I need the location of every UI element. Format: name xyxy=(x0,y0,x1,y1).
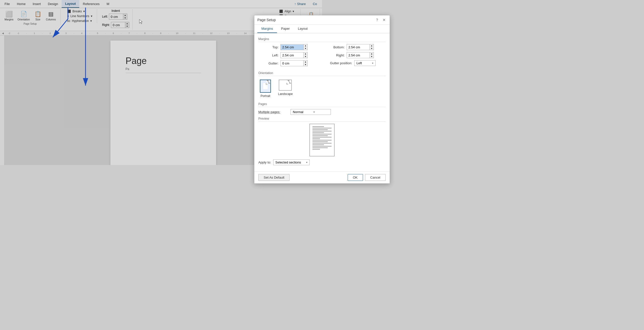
left-up[interactable]: ▲ xyxy=(303,52,307,55)
top-margin-row: Top: ▲ ▼ xyxy=(258,44,319,50)
apply-label: Apply to: xyxy=(258,160,271,164)
gutter-spinners: ▲ ▼ xyxy=(303,60,307,66)
preview-section-label: Preview xyxy=(258,117,322,122)
gutter-row: Gutter: ▲ ▼ xyxy=(258,60,319,66)
top-up[interactable]: ▲ xyxy=(303,44,307,47)
landscape-icon xyxy=(279,80,292,91)
gutter-up[interactable]: ▲ xyxy=(303,60,307,63)
preview-line-10 xyxy=(312,140,322,141)
portrait-icon xyxy=(260,80,271,93)
margins-section-label: Margins xyxy=(258,37,322,42)
tab-paper[interactable]: Paper xyxy=(277,25,294,33)
gutter-input[interactable]: ▲ ▼ xyxy=(280,60,308,66)
preview-line-2 xyxy=(312,128,322,128)
tab-margins[interactable]: Margins xyxy=(257,25,277,33)
apply-select[interactable]: Selected sections ▾ xyxy=(273,159,310,165)
preview-line-3 xyxy=(312,129,322,130)
preview-section: Preview xyxy=(258,117,322,165)
dialog-title: Page Setup xyxy=(257,18,276,22)
preview-line-1 xyxy=(312,126,322,127)
apply-value: Selected sections xyxy=(275,160,301,164)
preview-line-14 xyxy=(312,146,322,147)
left-margin-row: Left: ▲ ▼ xyxy=(258,52,319,58)
landscape-button[interactable]: Landscape xyxy=(276,78,294,99)
gutter-down[interactable]: ▼ xyxy=(303,63,307,66)
multiple-pages-row: Multiple pages: Normal ▾ xyxy=(258,109,322,115)
preview-line-8 xyxy=(312,137,322,138)
preview-line-5 xyxy=(312,132,322,133)
dialog-body: Margins Top: ▲ ▼ xyxy=(254,33,322,165)
preview-line-9 xyxy=(312,138,320,139)
gutter-label: Gutter: xyxy=(258,61,278,65)
preview-line-15 xyxy=(312,147,322,148)
gutter-value[interactable] xyxy=(281,61,303,66)
preview-box xyxy=(309,124,322,156)
dialog-overlay: Page Setup ? ✕ Margins Paper Layout Marg… xyxy=(0,0,322,165)
preview-line-12 xyxy=(312,143,322,144)
left-margin-label: Left: xyxy=(258,53,278,57)
preview-line-16 xyxy=(312,149,320,150)
dialog-titlebar: Page Setup ? ✕ xyxy=(254,15,322,25)
landscape-label: Landscape xyxy=(278,92,293,96)
portrait-button[interactable]: Portrait xyxy=(258,78,272,99)
top-down[interactable]: ▼ xyxy=(303,47,307,50)
margins-left-col: Top: ▲ ▼ Left: xyxy=(258,44,319,68)
left-margin-spinners: ▲ ▼ xyxy=(303,52,307,58)
left-margin-value[interactable] xyxy=(281,53,303,58)
margins-two-col: Top: ▲ ▼ Left: xyxy=(258,44,322,68)
orientation-section: Orientation Portrait xyxy=(258,71,322,99)
top-margin-input[interactable]: ▲ ▼ xyxy=(280,44,308,50)
dialog-tab-bar: Margins Paper Layout xyxy=(254,25,322,33)
top-margin-spinners: ▲ ▼ xyxy=(303,44,307,50)
multiple-pages-label: Multiple pages: xyxy=(258,110,289,114)
apply-arrow: ▾ xyxy=(306,161,307,164)
left-down[interactable]: ▼ xyxy=(303,55,307,58)
pages-section-label: Pages xyxy=(258,102,322,107)
top-margin-value[interactable] xyxy=(281,45,303,50)
orientation-label: Orientation xyxy=(258,71,322,76)
left-margin-input[interactable]: ▲ ▼ xyxy=(280,52,308,58)
multiple-pages-arrow: ▾ xyxy=(313,111,315,113)
page-setup-dialog: Page Setup ? ✕ Margins Paper Layout Marg… xyxy=(254,15,322,165)
preview-line-13 xyxy=(312,144,322,145)
preview-line-11 xyxy=(312,141,322,142)
tab-layout-tab[interactable]: Layout xyxy=(294,25,312,33)
portrait-label: Portrait xyxy=(261,94,270,98)
landscape-svg xyxy=(282,83,289,88)
top-margin-label: Top: xyxy=(258,45,278,49)
preview-line-7 xyxy=(312,135,322,136)
preview-line-4 xyxy=(312,131,322,131)
multiple-pages-select[interactable]: Normal ▾ xyxy=(291,109,322,115)
portrait-svg xyxy=(263,83,268,89)
pages-section: Pages Multiple pages: Normal ▾ xyxy=(258,102,322,115)
preview-line-6 xyxy=(312,134,322,135)
multiple-pages-value: Normal xyxy=(293,110,303,114)
apply-row: Apply to: Selected sections ▾ xyxy=(258,159,322,165)
orientation-options: Portrait Landscape xyxy=(258,78,322,99)
